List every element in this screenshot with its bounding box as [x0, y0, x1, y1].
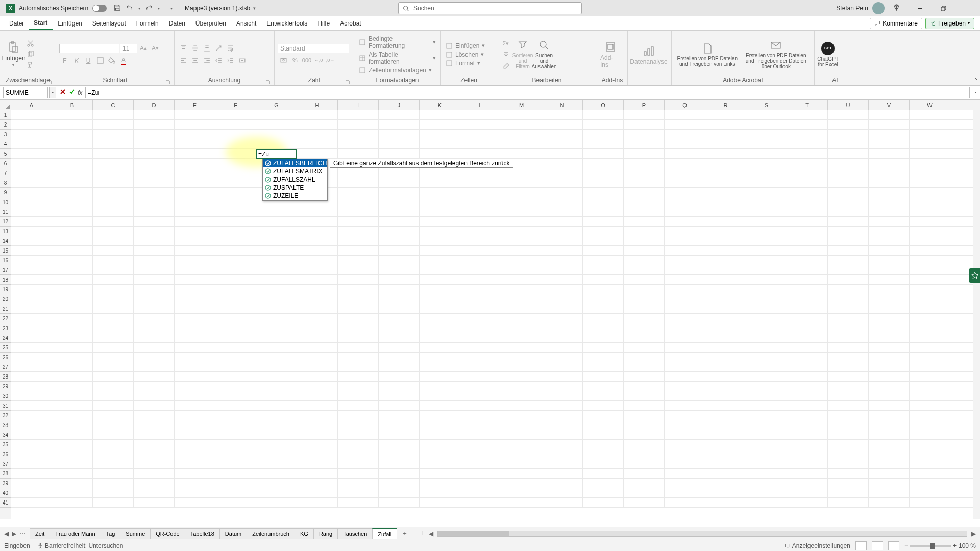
name-box-dd[interactable]	[49, 87, 56, 98]
cell[interactable]	[542, 420, 583, 430]
cell[interactable]	[134, 159, 175, 168]
cell[interactable]	[828, 110, 869, 119]
select-all[interactable]	[0, 100, 11, 110]
cell[interactable]	[379, 139, 420, 148]
cell[interactable]	[460, 372, 501, 381]
cell[interactable]	[746, 498, 787, 507]
cell-styles[interactable]: Zellenformatvorlagen▾	[357, 66, 437, 74]
cell[interactable]	[93, 275, 134, 284]
cell[interactable]	[134, 411, 175, 420]
cell[interactable]	[52, 314, 93, 323]
cell[interactable]	[583, 120, 624, 129]
cell[interactable]	[134, 130, 175, 139]
cell[interactable]	[134, 449, 175, 459]
cell[interactable]	[624, 479, 665, 488]
cell[interactable]	[910, 188, 950, 197]
percent-icon[interactable]: %	[289, 55, 301, 65]
cell[interactable]	[134, 139, 175, 148]
cell[interactable]	[420, 149, 460, 158]
cell[interactable]	[869, 246, 910, 255]
cell[interactable]	[297, 217, 338, 226]
row-header[interactable]: 8	[0, 178, 11, 188]
cell[interactable]	[338, 343, 379, 352]
cell[interactable]	[828, 265, 869, 274]
row-header[interactable]: 24	[0, 333, 11, 343]
cell[interactable]	[134, 227, 175, 236]
cell[interactable]	[52, 110, 93, 119]
cell[interactable]	[665, 188, 705, 197]
cell[interactable]	[297, 479, 338, 488]
cell[interactable]	[175, 256, 215, 265]
sheet-tab[interactable]: KG	[295, 528, 314, 539]
cell[interactable]	[11, 159, 52, 168]
cell[interactable]	[134, 488, 175, 497]
cell[interactable]	[134, 401, 175, 410]
cell[interactable]	[787, 265, 828, 274]
cell[interactable]	[379, 256, 420, 265]
cell[interactable]	[501, 420, 542, 430]
cell[interactable]	[379, 217, 420, 226]
cell[interactable]	[705, 382, 746, 391]
cell[interactable]	[297, 294, 338, 304]
cell[interactable]	[52, 459, 93, 468]
view-layout-icon[interactable]	[872, 541, 883, 550]
cell[interactable]	[420, 227, 460, 236]
cell[interactable]	[256, 207, 297, 216]
cell[interactable]	[828, 498, 869, 507]
cell[interactable]	[583, 420, 624, 430]
cell[interactable]	[501, 149, 542, 158]
cell[interactable]	[338, 236, 379, 245]
status-accessibility[interactable]: Barrierefreiheit: Untersuchen	[37, 542, 124, 549]
cell[interactable]	[460, 285, 501, 294]
cell[interactable]	[542, 294, 583, 304]
cell[interactable]	[93, 207, 134, 216]
cell[interactable]	[542, 401, 583, 410]
horizontal-scrollbar[interactable]	[437, 531, 967, 537]
cell[interactable]	[828, 159, 869, 168]
cell[interactable]	[175, 333, 215, 342]
view-break-icon[interactable]	[888, 541, 899, 550]
cell[interactable]	[705, 411, 746, 420]
window-restore[interactable]	[932, 0, 954, 16]
cell[interactable]	[11, 479, 52, 488]
cell[interactable]	[11, 304, 52, 313]
cell[interactable]	[583, 294, 624, 304]
cell[interactable]	[297, 401, 338, 410]
cell[interactable]	[215, 285, 256, 294]
cell[interactable]	[175, 304, 215, 313]
cell[interactable]	[338, 411, 379, 420]
cell[interactable]	[583, 488, 624, 497]
cell[interactable]	[460, 469, 501, 478]
cell[interactable]	[460, 362, 501, 371]
shrink-font-icon[interactable]: A▾	[150, 43, 161, 54]
cell[interactable]	[665, 217, 705, 226]
cell[interactable]	[746, 353, 787, 362]
cell[interactable]	[93, 294, 134, 304]
cell[interactable]	[542, 440, 583, 449]
cell[interactable]	[52, 217, 93, 226]
cell[interactable]	[910, 391, 950, 400]
cell[interactable]	[910, 217, 950, 226]
cell[interactable]	[583, 217, 624, 226]
zoom-out-icon[interactable]: −	[904, 542, 908, 549]
cell[interactable]	[175, 411, 215, 420]
formula-expand-icon[interactable]	[970, 90, 980, 95]
cell[interactable]	[828, 459, 869, 468]
cell[interactable]	[910, 353, 950, 362]
row-header[interactable]: 23	[0, 323, 11, 333]
cell[interactable]	[746, 188, 787, 197]
col-header[interactable]: P	[624, 100, 665, 110]
cell[interactable]	[624, 256, 665, 265]
cell[interactable]	[910, 333, 950, 342]
cell[interactable]	[787, 207, 828, 216]
cell[interactable]	[665, 430, 705, 439]
cell[interactable]	[665, 343, 705, 352]
cell[interactable]	[175, 294, 215, 304]
cell[interactable]	[420, 314, 460, 323]
cell[interactable]	[501, 139, 542, 148]
cell[interactable]	[420, 469, 460, 478]
align-bottom-icon[interactable]	[201, 43, 212, 54]
cell[interactable]	[93, 227, 134, 236]
format-painter-icon[interactable]	[24, 60, 36, 70]
cell[interactable]	[338, 391, 379, 400]
